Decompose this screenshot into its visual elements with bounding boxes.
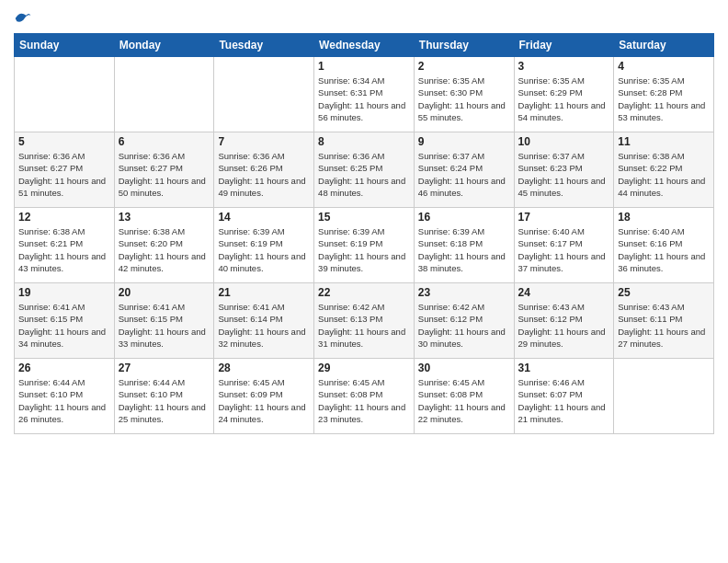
logo [14,9,34,28]
day-info: Sunrise: 6:34 AM Sunset: 6:31 PM Dayligh… [318,75,410,123]
day-info: Sunrise: 6:37 AM Sunset: 6:23 PM Dayligh… [518,150,610,199]
header-wednesday: Wednesday [314,34,415,57]
day-info: Sunrise: 6:35 AM Sunset: 6:30 PM Dayligh… [418,75,510,123]
calendar-week-row: 12Sunrise: 6:38 AM Sunset: 6:21 PM Dayli… [15,208,714,283]
day-number: 10 [518,135,610,148]
day-number: 19 [18,286,110,299]
calendar-table: Sunday Monday Tuesday Wednesday Thursday… [14,33,714,434]
day-info: Sunrise: 6:42 AM Sunset: 6:13 PM Dayligh… [318,301,410,350]
day-number: 1 [318,60,410,73]
day-number: 26 [18,362,110,374]
calendar-cell: 17Sunrise: 6:40 AM Sunset: 6:17 PM Dayli… [514,208,614,283]
calendar-cell: 21Sunrise: 6:41 AM Sunset: 6:14 PM Dayli… [214,283,314,359]
day-number: 14 [218,211,310,224]
day-info: Sunrise: 6:45 AM Sunset: 6:08 PM Dayligh… [318,376,410,425]
day-info: Sunrise: 6:35 AM Sunset: 6:28 PM Dayligh… [618,75,710,123]
header [14,9,714,28]
day-info: Sunrise: 6:45 AM Sunset: 6:09 PM Dayligh… [218,376,310,425]
day-number: 8 [318,135,410,148]
day-number: 17 [518,211,610,224]
day-info: Sunrise: 6:46 AM Sunset: 6:07 PM Dayligh… [518,376,610,425]
calendar-cell: 18Sunrise: 6:40 AM Sunset: 6:16 PM Dayli… [614,208,714,283]
day-info: Sunrise: 6:37 AM Sunset: 6:24 PM Dayligh… [418,150,510,199]
day-number: 24 [518,286,610,299]
calendar-cell: 24Sunrise: 6:43 AM Sunset: 6:12 PM Dayli… [514,283,614,359]
day-info: Sunrise: 6:41 AM Sunset: 6:14 PM Dayligh… [218,301,310,350]
day-number: 25 [618,286,710,299]
calendar-cell: 22Sunrise: 6:42 AM Sunset: 6:13 PM Dayli… [314,283,415,359]
calendar-week-row: 1Sunrise: 6:34 AM Sunset: 6:31 PM Daylig… [15,57,714,132]
calendar-cell: 4Sunrise: 6:35 AM Sunset: 6:28 PM Daylig… [614,57,714,132]
day-number: 11 [618,135,710,148]
day-number: 21 [218,286,310,299]
day-info: Sunrise: 6:43 AM Sunset: 6:11 PM Dayligh… [618,301,710,350]
day-number: 27 [119,362,210,374]
day-number: 30 [418,362,510,374]
calendar-cell: 14Sunrise: 6:39 AM Sunset: 6:19 PM Dayli… [214,208,314,283]
calendar-cell [214,57,314,132]
day-number: 22 [318,286,410,299]
calendar-cell: 19Sunrise: 6:41 AM Sunset: 6:15 PM Dayli… [15,283,115,359]
calendar-cell: 25Sunrise: 6:43 AM Sunset: 6:11 PM Dayli… [614,283,714,359]
calendar-cell: 11Sunrise: 6:38 AM Sunset: 6:22 PM Dayli… [614,132,714,208]
day-number: 2 [418,60,510,73]
day-number: 6 [119,135,210,148]
calendar-cell: 15Sunrise: 6:39 AM Sunset: 6:19 PM Dayli… [314,208,415,283]
day-info: Sunrise: 6:39 AM Sunset: 6:19 PM Dayligh… [218,225,310,274]
day-info: Sunrise: 6:41 AM Sunset: 6:15 PM Dayligh… [119,301,210,350]
calendar-cell: 12Sunrise: 6:38 AM Sunset: 6:21 PM Dayli… [15,208,115,283]
calendar-page: Sunday Monday Tuesday Wednesday Thursday… [0,0,728,563]
header-monday: Monday [114,34,214,57]
day-number: 18 [618,211,710,224]
day-number: 31 [518,362,610,374]
day-number: 15 [318,211,410,224]
day-info: Sunrise: 6:45 AM Sunset: 6:08 PM Dayligh… [418,376,510,425]
calendar-cell: 1Sunrise: 6:34 AM Sunset: 6:31 PM Daylig… [314,57,415,132]
day-number: 16 [418,211,510,224]
calendar-week-row: 19Sunrise: 6:41 AM Sunset: 6:15 PM Dayli… [15,283,714,359]
day-info: Sunrise: 6:42 AM Sunset: 6:12 PM Dayligh… [418,301,510,350]
day-number: 12 [18,211,110,224]
day-number: 28 [218,362,310,374]
day-info: Sunrise: 6:38 AM Sunset: 6:21 PM Dayligh… [18,225,110,274]
day-info: Sunrise: 6:41 AM Sunset: 6:15 PM Dayligh… [18,301,110,350]
day-info: Sunrise: 6:36 AM Sunset: 6:27 PM Dayligh… [119,150,210,199]
day-info: Sunrise: 6:40 AM Sunset: 6:16 PM Dayligh… [618,225,710,274]
day-number: 5 [18,135,110,148]
header-saturday: Saturday [614,34,714,57]
calendar-cell: 9Sunrise: 6:37 AM Sunset: 6:24 PM Daylig… [414,132,514,208]
calendar-cell: 5Sunrise: 6:36 AM Sunset: 6:27 PM Daylig… [15,132,115,208]
calendar-cell: 27Sunrise: 6:44 AM Sunset: 6:10 PM Dayli… [114,359,214,434]
day-info: Sunrise: 6:35 AM Sunset: 6:29 PM Dayligh… [518,75,610,123]
calendar-cell: 23Sunrise: 6:42 AM Sunset: 6:12 PM Dayli… [414,283,514,359]
weekday-header-row: Sunday Monday Tuesday Wednesday Thursday… [15,34,714,57]
day-number: 9 [418,135,510,148]
day-info: Sunrise: 6:38 AM Sunset: 6:20 PM Dayligh… [119,225,210,274]
calendar-cell [15,57,115,132]
logo-icon [14,9,32,28]
calendar-cell: 6Sunrise: 6:36 AM Sunset: 6:27 PM Daylig… [114,132,214,208]
day-info: Sunrise: 6:36 AM Sunset: 6:27 PM Dayligh… [18,150,110,199]
day-info: Sunrise: 6:39 AM Sunset: 6:18 PM Dayligh… [418,225,510,274]
calendar-cell [614,359,714,434]
calendar-cell: 8Sunrise: 6:36 AM Sunset: 6:25 PM Daylig… [314,132,415,208]
day-info: Sunrise: 6:36 AM Sunset: 6:26 PM Dayligh… [218,150,310,199]
day-info: Sunrise: 6:39 AM Sunset: 6:19 PM Dayligh… [318,225,410,274]
header-sunday: Sunday [15,34,115,57]
calendar-cell: 3Sunrise: 6:35 AM Sunset: 6:29 PM Daylig… [514,57,614,132]
day-info: Sunrise: 6:44 AM Sunset: 6:10 PM Dayligh… [119,376,210,425]
calendar-cell: 16Sunrise: 6:39 AM Sunset: 6:18 PM Dayli… [414,208,514,283]
calendar-cell: 28Sunrise: 6:45 AM Sunset: 6:09 PM Dayli… [214,359,314,434]
day-info: Sunrise: 6:40 AM Sunset: 6:17 PM Dayligh… [518,225,610,274]
calendar-cell: 20Sunrise: 6:41 AM Sunset: 6:15 PM Dayli… [114,283,214,359]
calendar-week-row: 5Sunrise: 6:36 AM Sunset: 6:27 PM Daylig… [15,132,714,208]
day-info: Sunrise: 6:38 AM Sunset: 6:22 PM Dayligh… [618,150,710,199]
calendar-cell: 30Sunrise: 6:45 AM Sunset: 6:08 PM Dayli… [414,359,514,434]
header-thursday: Thursday [414,34,514,57]
day-info: Sunrise: 6:43 AM Sunset: 6:12 PM Dayligh… [518,301,610,350]
calendar-cell: 29Sunrise: 6:45 AM Sunset: 6:08 PM Dayli… [314,359,415,434]
calendar-cell [114,57,214,132]
day-info: Sunrise: 6:36 AM Sunset: 6:25 PM Dayligh… [318,150,410,199]
day-number: 29 [318,362,410,374]
day-info: Sunrise: 6:44 AM Sunset: 6:10 PM Dayligh… [18,376,110,425]
